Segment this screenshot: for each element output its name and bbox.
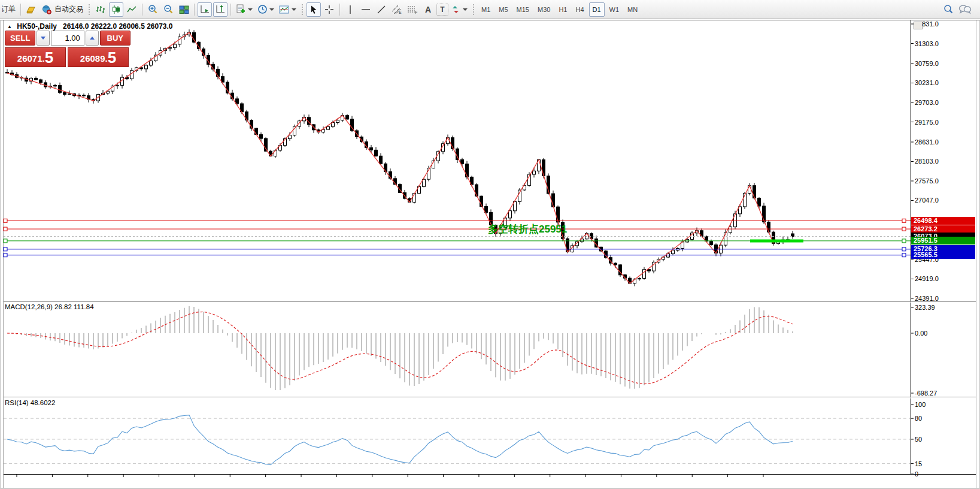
price-axis-label: 30231.0 [915, 79, 939, 86]
sell-button[interactable]: SELL [5, 31, 35, 46]
toolbar-grip[interactable] [87, 3, 91, 16]
trendline-tool-button[interactable] [374, 2, 389, 17]
text-label-tool-button[interactable]: T [436, 4, 448, 16]
zoom-out-icon [163, 4, 174, 14]
macd-indicator-label: MACD(12,26,9) 26.82 111.84 [5, 303, 94, 310]
timeframe-h1-button[interactable]: H1 [555, 2, 571, 17]
chart-ohlc-values: 26146.0 26222.0 26006.5 26073.0 [63, 22, 173, 31]
price-axis-label: 24919.0 [915, 275, 939, 282]
horizontal-line-tool-button[interactable] [359, 2, 373, 17]
chart-annotation-text[interactable]: 多空转折点25951 [488, 222, 567, 236]
timeframe-h4-button[interactable]: H4 [572, 2, 587, 17]
cursor-button[interactable] [307, 2, 321, 17]
buy-price-main: 26089. [80, 52, 108, 65]
timeframe-d1-button[interactable]: D1 [589, 2, 605, 17]
bar-chart-icon [96, 5, 105, 14]
main-toolbar: 订单 自动交易 [0, 0, 980, 19]
periods-dropdown-arrow[interactable] [269, 8, 274, 11]
volume-up-button[interactable] [86, 31, 99, 46]
buy-price-display[interactable]: 26089.5 [68, 47, 129, 67]
line-handle[interactable] [902, 219, 906, 222]
fibonacci-tool-button[interactable]: F [405, 2, 420, 17]
periods-clock-icon [257, 4, 268, 14]
level-price-tag: 26498.4 [911, 217, 975, 225]
line-handle[interactable] [4, 253, 7, 257]
trendline-icon [377, 5, 386, 14]
arrows-dropdown-arrow[interactable] [463, 8, 468, 11]
line-handle[interactable] [4, 239, 7, 243]
price-axis-label: 28103.0 [915, 158, 939, 165]
line-handle[interactable] [4, 247, 7, 251]
svg-text:E: E [399, 10, 402, 14]
timeframe-m5-button[interactable]: M5 [495, 2, 511, 17]
chart-shift-button[interactable] [213, 2, 227, 17]
price-axis-label: 29703.0 [915, 99, 939, 106]
search-icon [943, 4, 954, 14]
level-price-tag: 25565.5 [911, 251, 975, 259]
line-handle[interactable] [4, 227, 7, 231]
toolbar-separator [20, 4, 21, 16]
tile-windows-button[interactable] [177, 2, 191, 17]
zoom-out-button[interactable] [161, 2, 175, 17]
arrows-icon [451, 5, 461, 14]
auto-scroll-icon [200, 5, 210, 14]
timeframe-w1-button[interactable]: W1 [606, 2, 623, 17]
indicators-dropdown-arrow[interactable] [248, 8, 253, 11]
toolbar-grip[interactable] [301, 3, 304, 16]
equidistant-channel-tool-button[interactable]: E [390, 2, 404, 17]
zigzag-trendline[interactable] [7, 32, 773, 283]
templates-dropdown-arrow[interactable] [292, 8, 296, 11]
alert-icon [26, 5, 37, 14]
price-axis-label: 30759.0 [915, 60, 939, 67]
chart-symbol-period: HK50-,Daily [17, 22, 57, 31]
buy-price-big-digit: 5 [108, 50, 116, 65]
alerts-button[interactable] [24, 2, 38, 17]
equidistant-channel-icon: E [392, 5, 402, 14]
auto-scroll-button[interactable] [198, 2, 212, 17]
macd-axis-label: 0.00 [915, 330, 927, 337]
timeframe-mn-button[interactable]: MN [624, 2, 641, 17]
volume-dropdown-button[interactable] [37, 31, 50, 46]
line-handle[interactable] [902, 239, 906, 243]
candlestick-chart-button[interactable] [109, 2, 123, 17]
line-handle[interactable] [902, 247, 906, 251]
line-chart-button[interactable] [125, 2, 139, 17]
collapse-icon[interactable]: ▲ [7, 24, 12, 29]
price-axis-label: 29175.0 [915, 119, 939, 126]
tile-windows-icon [179, 5, 189, 14]
line-handle[interactable] [902, 253, 906, 257]
timeframe-m15-button[interactable]: M15 [513, 2, 533, 17]
chart-corner-button[interactable] [914, 22, 923, 29]
templates-button[interactable] [277, 2, 298, 17]
toolbar-right-group [940, 2, 974, 17]
timeframe-m30-button[interactable]: M30 [534, 2, 554, 17]
new-order-button[interactable]: 订单 [2, 2, 17, 17]
crosshair-button[interactable] [322, 2, 336, 17]
zoom-in-button[interactable] [145, 2, 160, 17]
indicators-button[interactable] [234, 2, 254, 17]
line-handle[interactable] [902, 227, 906, 231]
buy-button[interactable]: BUY [100, 31, 131, 46]
timeframe-m1-button[interactable]: M1 [478, 2, 494, 17]
vertical-line-tool-button[interactable] [343, 2, 357, 17]
price-axis-label: 28631.0 [915, 138, 939, 146]
autotrading-label: 自动交易 [54, 4, 83, 14]
rsi-axis-label: 15 [915, 460, 922, 467]
volume-input[interactable]: 1.00 [51, 31, 84, 46]
zoom-in-icon [147, 4, 158, 14]
bar-chart-button[interactable] [93, 2, 108, 17]
price-axis-label: 27575.0 [915, 177, 939, 185]
autotrading-button[interactable]: 自动交易 [40, 2, 85, 17]
horizontal-line-icon [361, 5, 371, 14]
arrows-tool-button[interactable] [450, 2, 469, 17]
symbol-search-button[interactable] [941, 2, 955, 17]
toolbar-grip[interactable] [472, 3, 475, 16]
chart-canvas[interactable] [0, 19, 980, 489]
line-handle[interactable] [4, 219, 7, 222]
sell-price-display[interactable]: 26071.5 [5, 47, 66, 67]
rsi-axis-label: 80 [915, 415, 922, 422]
periods-button[interactable] [256, 2, 276, 17]
chat-button[interactable] [957, 2, 973, 17]
text-tool-button[interactable]: A [421, 2, 435, 17]
toolbar-separator [339, 4, 340, 16]
